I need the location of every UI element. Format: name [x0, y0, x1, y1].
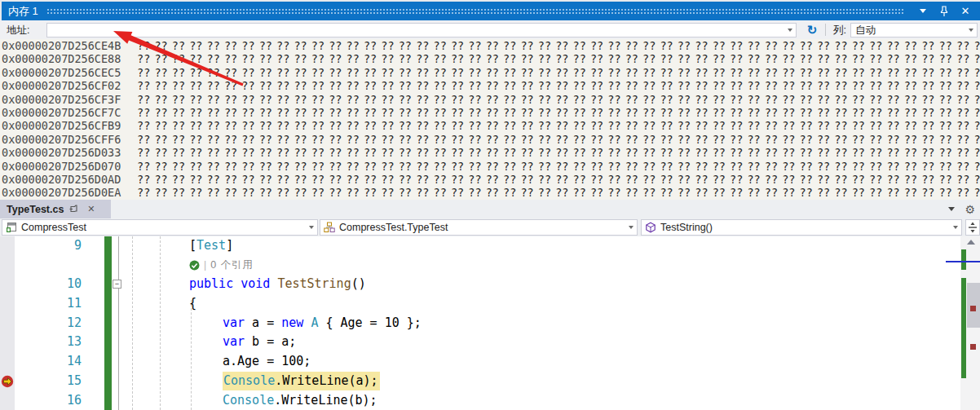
memory-address: 0x00000207D256D0AD	[0, 173, 137, 186]
outlining-margin[interactable]	[112, 294, 123, 314]
breakpoint-margin[interactable]	[0, 294, 15, 314]
memory-bytes[interactable]: ?? ?? ?? ?? ?? ?? ?? ?? ?? ?? ?? ?? ?? ?…	[137, 39, 980, 52]
toolbar-separator	[825, 24, 826, 36]
memory-row[interactable]: 0x00000207D256D070?? ?? ?? ?? ?? ?? ?? ?…	[0, 160, 980, 173]
memory-row[interactable]: 0x00000207D256CFB9?? ?? ?? ?? ?? ?? ?? ?…	[0, 119, 980, 132]
memory-bytes[interactable]: ?? ?? ?? ?? ?? ?? ?? ?? ?? ?? ?? ?? ?? ?…	[137, 173, 980, 186]
outlining-margin[interactable]	[112, 352, 123, 372]
memory-row[interactable]: 0x00000207D256CEC5?? ?? ?? ?? ?? ?? ?? ?…	[0, 66, 980, 79]
code-text[interactable]: {	[123, 294, 980, 314]
memory-bytes[interactable]: ?? ?? ?? ?? ?? ?? ?? ?? ?? ?? ?? ?? ?? ?…	[137, 186, 980, 199]
columns-combobox[interactable]: 自动	[850, 23, 978, 37]
token: TestString	[277, 276, 351, 291]
memory-bytes[interactable]: ?? ?? ?? ?? ?? ?? ?? ?? ?? ?? ?? ?? ?? ?…	[137, 119, 980, 132]
breakpoint-margin[interactable]	[0, 314, 15, 333]
code-text[interactable]: var a = new A { Age = 10 };	[123, 314, 980, 333]
token: void	[241, 276, 270, 291]
change-tracking-bar	[104, 372, 112, 391]
change-tracking-bar	[104, 352, 112, 372]
memory-row[interactable]: 0x00000207D256CE88?? ?? ?? ?? ?? ?? ?? ?…	[0, 52, 980, 65]
token	[233, 276, 241, 291]
memory-content[interactable]: 0x00000207D256CE4B?? ?? ?? ?? ?? ?? ?? ?…	[0, 39, 980, 200]
address-combobox[interactable]	[46, 23, 797, 37]
memory-bytes[interactable]: ?? ?? ?? ?? ?? ?? ?? ?? ?? ?? ?? ?? ?? ?…	[137, 52, 980, 65]
breakpoint-margin[interactable]	[0, 352, 15, 372]
project-icon	[6, 222, 17, 233]
gear-icon[interactable]: ⚙	[965, 204, 975, 215]
outlining-margin[interactable]	[112, 236, 123, 256]
breakpoint-margin[interactable]	[0, 256, 15, 276]
memory-bytes[interactable]: ?? ?? ?? ?? ?? ?? ?? ?? ?? ?? ?? ?? ?? ?…	[137, 79, 980, 92]
memory-address: 0x00000207D256CEC5	[0, 66, 137, 79]
window-position-menu-icon[interactable]	[916, 5, 929, 18]
code-text[interactable]: Console.WriteLine(a);	[123, 372, 980, 391]
breakpoint-margin[interactable]	[0, 333, 15, 352]
memory-bytes[interactable]: ?? ?? ?? ?? ?? ?? ?? ?? ?? ?? ?? ?? ?? ?…	[137, 106, 980, 119]
token: .WriteLine(b);	[274, 393, 377, 408]
memory-row[interactable]: 0x00000207D256CF7C?? ?? ?? ?? ?? ?? ?? ?…	[0, 106, 980, 119]
project-dropdown-arrow[interactable]	[306, 220, 317, 235]
memory-row[interactable]: 0x00000207D256CF02?? ?? ?? ?? ?? ?? ?? ?…	[0, 79, 980, 92]
memory-bytes[interactable]: ?? ?? ?? ?? ?? ?? ?? ?? ?? ?? ?? ?? ?? ?…	[137, 66, 980, 79]
memory-row[interactable]: 0x00000207D256CE4B?? ?? ?? ?? ?? ?? ?? ?…	[0, 39, 980, 52]
columns-dropdown-arrow[interactable]	[965, 24, 977, 37]
codelens-indicator[interactable]: |0 个引用	[189, 256, 980, 276]
breakpoint-margin[interactable]	[0, 391, 15, 410]
change-tracking-bar	[104, 333, 112, 352]
pin-icon[interactable]	[938, 5, 951, 18]
memory-bytes[interactable]: ?? ?? ?? ?? ?? ?? ?? ?? ?? ?? ?? ?? ?? ?…	[137, 160, 980, 173]
tab-typetest-cs[interactable]: TypeTest.cs ✕	[0, 200, 111, 218]
split-editor-handle[interactable]	[965, 219, 980, 236]
code-text[interactable]: public void TestString()	[123, 275, 980, 294]
collapse-toggle-icon[interactable]: −	[113, 280, 121, 289]
address-dropdown-arrow[interactable]	[784, 24, 796, 37]
code-line: 12var a = new A { Age = 10 };	[0, 314, 980, 333]
member-dropdown[interactable]: TestString()	[641, 219, 962, 236]
tab-close-icon[interactable]: ✕	[86, 204, 96, 214]
breakpoint-margin[interactable]	[0, 236, 15, 256]
outlining-margin[interactable]: −	[112, 275, 123, 294]
memory-row[interactable]: 0x00000207D256CF3F?? ?? ?? ?? ?? ?? ?? ?…	[0, 93, 980, 106]
line-number: 13	[15, 333, 104, 352]
memory-address: 0x00000207D256D033	[0, 146, 137, 159]
outlining-margin[interactable]	[112, 256, 123, 276]
line-number: 12	[15, 314, 104, 333]
code-area[interactable]: 9[Test]|0 个引用10−public void TestString()…	[0, 236, 980, 410]
code-text[interactable]: Console.WriteLine(b);	[123, 391, 980, 410]
scroll-up-icon[interactable]	[967, 240, 975, 245]
project-dropdown[interactable]: CompressTest	[2, 219, 318, 236]
memory-row[interactable]: 0x00000207D256D0EA?? ?? ?? ?? ?? ?? ?? ?…	[0, 186, 980, 199]
change-tracking-bar	[104, 256, 112, 276]
type-dropdown-arrow[interactable]	[625, 220, 637, 235]
line-number	[15, 256, 104, 276]
editor-scrollbar[interactable]	[960, 236, 980, 410]
close-icon[interactable]: ✕	[959, 5, 972, 18]
memory-row[interactable]: 0x00000207D256D0AD?? ?? ?? ?? ?? ?? ?? ?…	[0, 173, 980, 186]
outlining-margin[interactable]	[112, 333, 123, 352]
memory-bytes[interactable]: ?? ?? ?? ?? ?? ?? ?? ?? ?? ?? ?? ?? ?? ?…	[137, 93, 980, 106]
outlining-margin[interactable]	[112, 314, 123, 333]
memory-bytes[interactable]: ?? ?? ?? ?? ?? ?? ?? ?? ?? ?? ?? ?? ?? ?…	[137, 146, 980, 159]
breakpoint-margin[interactable]	[0, 275, 15, 294]
type-dropdown[interactable]: CompressTest.TypeTest	[320, 219, 638, 236]
tab-list-chevron-icon[interactable]	[948, 207, 955, 211]
memory-row[interactable]: 0x00000207D256CFF6?? ?? ?? ?? ?? ?? ?? ?…	[0, 133, 980, 146]
member-dropdown-arrow[interactable]	[950, 220, 961, 235]
tab-pin-icon[interactable]	[69, 204, 80, 214]
code-text[interactable]: a.Age = 100;	[123, 352, 980, 372]
memory-window-titlebar[interactable]: 内存 1 ✕	[0, 0, 980, 20]
token: a =	[245, 315, 281, 330]
outlining-margin[interactable]	[112, 391, 123, 410]
codelens-references[interactable]: 0 个引用	[210, 256, 254, 276]
address-input[interactable]	[47, 24, 784, 36]
memory-bytes[interactable]: ?? ?? ?? ?? ?? ?? ?? ?? ?? ?? ?? ?? ?? ?…	[137, 133, 980, 146]
memory-row[interactable]: 0x00000207D256D033?? ?? ?? ?? ?? ?? ?? ?…	[0, 146, 980, 159]
code-text[interactable]: var b = a;	[123, 333, 980, 352]
outlining-margin[interactable]	[112, 372, 123, 391]
breakpoint-margin[interactable]	[0, 372, 15, 391]
code-text[interactable]: [Test]	[123, 236, 980, 256]
line-number: 16	[15, 391, 104, 410]
code-text[interactable]: |0 个引用	[123, 256, 980, 276]
editor-navigation-bar: CompressTest CompressTest.TypeTest	[0, 218, 980, 236]
refresh-icon[interactable]: ↻	[803, 22, 821, 38]
